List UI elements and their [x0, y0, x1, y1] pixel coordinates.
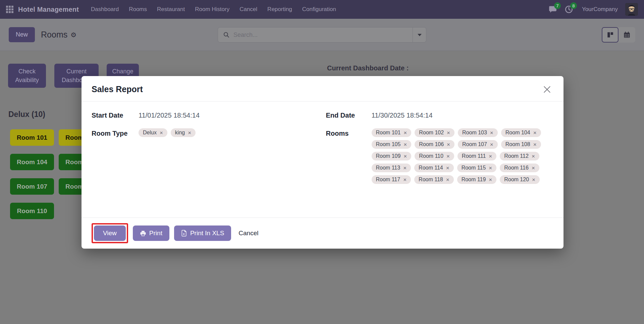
modal-body: Start Date 11/01/2025 18:54:14 End Date … [82, 102, 564, 217]
tag-label: Delux [143, 130, 157, 136]
remove-tag-icon[interactable]: × [447, 130, 450, 136]
hotel-management-app: Hotel Management DashboardRoomsRestauran… [0, 0, 644, 324]
messages-count-badge: 7 [554, 2, 561, 9]
remove-tag-icon[interactable]: × [532, 153, 535, 159]
tag-label: Room 111 [462, 153, 486, 159]
remove-tag-icon[interactable]: × [403, 165, 407, 171]
messages-button[interactable]: 7 [548, 5, 557, 14]
kanban-view-button[interactable] [602, 27, 619, 43]
tag-label: king [175, 130, 185, 136]
room-button-room-107[interactable]: Room 107 [10, 178, 54, 195]
gear-icon[interactable]: ⚙ [70, 31, 76, 39]
nav-item-dashboard[interactable]: Dashboard [91, 6, 119, 13]
rooms-tag-room-105: Room 105× [372, 140, 412, 149]
app-brand-title[interactable]: Hotel Management [18, 6, 79, 13]
magnifier-icon [223, 31, 230, 38]
tag-label: Room 105 [376, 141, 401, 147]
tag-label: Room 115 [462, 165, 486, 171]
rooms-tag-room-101: Room 101× [372, 128, 412, 137]
page-title: Rooms [41, 30, 67, 40]
remove-tag-icon[interactable]: × [489, 153, 492, 159]
rooms-tag-room-110: Room 110× [415, 152, 454, 160]
search-options-toggle[interactable] [413, 27, 426, 42]
rooms-tag-room-116: Room 116× [500, 164, 539, 172]
remove-tag-icon[interactable]: × [446, 165, 449, 171]
remove-tag-icon[interactable]: × [532, 177, 535, 183]
navbar-right-cluster: 7 8 YourCompany [548, 3, 638, 16]
new-button[interactable]: New [9, 27, 35, 42]
user-avatar[interactable] [625, 3, 638, 16]
remove-tag-icon[interactable]: × [160, 130, 163, 136]
tag-label: Room 116 [504, 165, 529, 171]
check-availability-button[interactable]: Check Avaibility [8, 64, 46, 88]
room-button-room-101[interactable]: Room 101 [10, 129, 54, 146]
remove-tag-icon[interactable]: × [533, 142, 537, 147]
room-button-room-104[interactable]: Room 104 [10, 154, 54, 170]
tag-label: Room 120 [504, 177, 529, 183]
remove-tag-icon[interactable]: × [490, 142, 493, 147]
start-date-field: Start Date 11/01/2025 18:54:14 [92, 110, 319, 119]
rooms-tag-room-111: Room 111× [458, 152, 496, 160]
current-dashboard-date-label: Current Dashboard Date : [327, 64, 409, 72]
calendar-icon [623, 31, 631, 39]
printer-icon [140, 230, 146, 237]
tag-label: Room 102 [419, 130, 444, 136]
nav-item-rooms[interactable]: Rooms [129, 6, 147, 13]
room-button-room-110[interactable]: Room 110 [10, 203, 54, 219]
remove-tag-icon[interactable]: × [404, 153, 407, 159]
tag-label: Room 113 [376, 165, 400, 171]
rooms-label: Rooms [326, 128, 372, 137]
close-icon[interactable] [543, 85, 551, 94]
print-button-label: Print [149, 230, 162, 237]
cancel-button[interactable]: Cancel [238, 230, 258, 237]
tag-label: Room 112 [504, 153, 529, 159]
calendar-view-button[interactable] [619, 27, 635, 43]
room-type-field: Room Type Delux×king× [92, 128, 319, 184]
remove-tag-icon[interactable]: × [532, 165, 535, 171]
end-date-value[interactable]: 11/30/2025 18:54:14 [372, 110, 554, 119]
rooms-tag-room-107: Room 107× [458, 140, 498, 149]
remove-tag-icon[interactable]: × [489, 165, 492, 171]
remove-tag-icon[interactable]: × [533, 130, 537, 136]
print-in-xls-button[interactable]: x Print In XLS [174, 225, 231, 241]
rooms-tag-room-109: Room 109× [372, 152, 412, 160]
view-button[interactable]: View [94, 225, 126, 241]
remove-tag-icon[interactable]: × [446, 177, 449, 183]
print-button[interactable]: Print [133, 225, 169, 241]
remove-tag-icon[interactable]: × [489, 177, 492, 183]
search-input[interactable] [233, 31, 408, 39]
nav-item-reporting[interactable]: Reporting [267, 6, 292, 13]
modal-header: Sales Report [82, 76, 564, 102]
search-field-area[interactable] [218, 27, 413, 42]
end-date-field: End Date 11/30/2025 18:54:14 [326, 110, 554, 119]
tag-label: Room 114 [419, 165, 443, 171]
remove-tag-icon[interactable]: × [404, 130, 407, 136]
control-panel: New Rooms ⚙ [0, 19, 644, 51]
remove-tag-icon[interactable]: × [403, 177, 407, 183]
tag-label: Room 103 [462, 130, 487, 136]
nav-item-room-history[interactable]: Room History [195, 6, 229, 13]
avatar-image [625, 3, 638, 16]
nav-item-restaurant[interactable]: Restaurant [157, 6, 185, 13]
remove-tag-icon[interactable]: × [446, 153, 450, 159]
room-type-tag-delux: Delux× [139, 128, 167, 137]
svg-text:x: x [183, 232, 185, 236]
remove-tag-icon[interactable]: × [447, 142, 450, 147]
rooms-tag-room-112: Room 112× [500, 152, 539, 160]
room-type-tag-king: king× [171, 128, 196, 137]
start-date-value[interactable]: 11/01/2025 18:54:14 [139, 110, 319, 119]
remove-tag-icon[interactable]: × [490, 130, 493, 136]
nav-item-configuration[interactable]: Configuration [302, 6, 336, 13]
xls-file-icon: x [181, 230, 187, 237]
search-bar [218, 27, 426, 43]
activities-count-badge: 8 [570, 2, 577, 9]
remove-tag-icon[interactable]: × [188, 130, 191, 136]
nav-item-cancel[interactable]: Cancel [239, 6, 257, 13]
view-switcher [602, 27, 635, 43]
activities-button[interactable]: 8 [565, 5, 573, 14]
apps-grid-icon[interactable] [6, 6, 13, 13]
rooms-tag-room-103: Room 103× [458, 128, 498, 137]
remove-tag-icon[interactable]: × [404, 142, 407, 147]
company-name[interactable]: YourCompany [582, 6, 618, 13]
rooms-tags: Room 101×Room 102×Room 103×Room 104×Room… [372, 128, 554, 184]
